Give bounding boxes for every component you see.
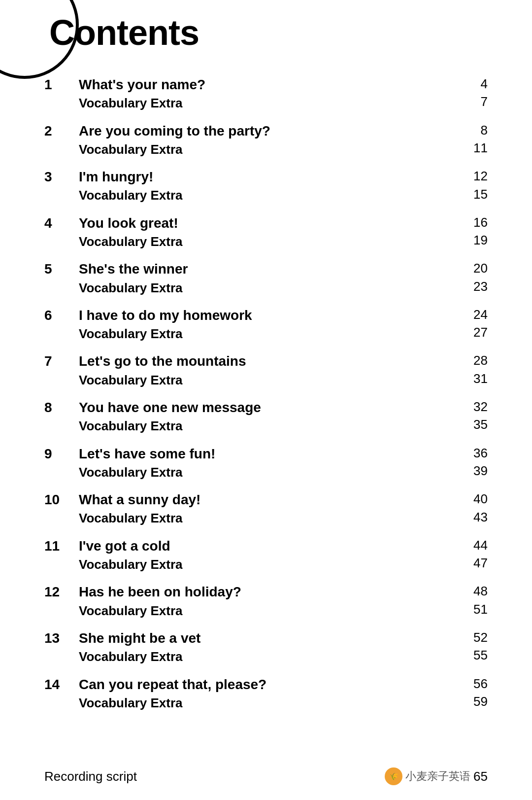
toc-pages: 56 59 <box>458 675 488 711</box>
toc-entry: 14 Can you repeat that, please? Vocabula… <box>44 675 488 712</box>
toc-subtitle: Vocabulary Extra <box>79 648 458 665</box>
toc-number: 2 <box>44 121 79 140</box>
toc-text-group: She might be a vet Vocabulary Extra <box>79 628 458 666</box>
toc-subtitle: Vocabulary Extra <box>79 509 458 527</box>
toc-page-sub: 51 <box>473 600 488 618</box>
toc-page-sub: 47 <box>473 554 488 572</box>
toc-entry: 5 She's the winner Vocabulary Extra 20 2… <box>44 259 488 297</box>
toc-subtitle: Vocabulary Extra <box>79 186 458 204</box>
toc-entry: 2 Are you coming to the party? Vocabular… <box>44 121 488 159</box>
toc-pages: 8 11 <box>458 121 488 157</box>
toc-text-group: You have one new message Vocabulary Extr… <box>79 398 458 435</box>
toc-entry: 11 I've got a cold Vocabulary Extra 44 4… <box>44 536 488 574</box>
toc-page-sub: 55 <box>473 646 488 664</box>
toc-text-group: Let's have some fun! Vocabulary Extra <box>79 444 458 482</box>
toc-number: 10 <box>44 490 79 509</box>
toc-entry: 10 What a sunny day! Vocabulary Extra 40… <box>44 490 488 527</box>
toc-page-sub: 59 <box>473 693 488 710</box>
toc-page-sub: 31 <box>473 370 488 387</box>
toc-entry: 1 What's your name? Vocabulary Extra 4 7 <box>44 75 488 112</box>
toc-subtitle: Vocabulary Extra <box>79 140 458 158</box>
toc-page-main: 36 <box>473 444 488 462</box>
toc-subtitle: Vocabulary Extra <box>79 463 458 481</box>
toc-subtitle: Vocabulary Extra <box>79 279 458 297</box>
toc-entry: 6 I have to do my homework Vocabulary Ex… <box>44 306 488 343</box>
toc-page-sub: 11 <box>473 139 488 157</box>
toc-page-main: 24 <box>473 306 488 323</box>
toc-page-sub: 35 <box>473 416 488 433</box>
toc-container: 1 What's your name? Vocabulary Extra 4 7… <box>0 75 532 712</box>
toc-number: 5 <box>44 259 79 278</box>
page-title: Contents <box>49 15 532 50</box>
toc-page-main: 12 <box>473 167 488 185</box>
toc-page-main: 4 <box>481 75 488 93</box>
toc-title: I have to do my homework <box>79 306 458 325</box>
footer: Recording script 🌾 小麦亲子英语 65 <box>44 767 488 785</box>
toc-page-main: 48 <box>473 582 488 600</box>
toc-pages: 4 7 <box>458 75 488 111</box>
toc-title: She's the winner <box>79 259 458 278</box>
toc-number: 13 <box>44 628 79 648</box>
toc-page-main: 8 <box>481 121 488 139</box>
toc-page-main: 16 <box>473 213 488 231</box>
toc-page-main: 52 <box>473 628 488 646</box>
toc-subtitle: Vocabulary Extra <box>79 233 458 250</box>
toc-page-sub: 19 <box>473 231 488 249</box>
toc-number: 3 <box>44 167 79 186</box>
toc-page-main: 40 <box>473 490 488 508</box>
toc-title: Let's go to the mountains <box>79 351 458 371</box>
toc-title: Can you repeat that, please? <box>79 675 458 694</box>
recording-script-label: Recording script <box>44 769 137 784</box>
toc-number: 7 <box>44 351 79 371</box>
toc-page-sub: 7 <box>481 93 488 110</box>
page: Contents 1 What's your name? Vocabulary … <box>0 0 532 800</box>
toc-text-group: What a sunny day! Vocabulary Extra <box>79 490 458 527</box>
toc-text-group: Can you repeat that, please? Vocabulary … <box>79 675 458 712</box>
toc-number: 8 <box>44 398 79 417</box>
toc-text-group: Are you coming to the party? Vocabulary … <box>79 121 458 159</box>
toc-page-sub: 15 <box>473 185 488 203</box>
toc-entry: 9 Let's have some fun! Vocabulary Extra … <box>44 444 488 482</box>
toc-page-main: 44 <box>473 536 488 554</box>
toc-page-main: 56 <box>473 675 488 693</box>
toc-title: You look great! <box>79 213 458 233</box>
toc-number: 6 <box>44 306 79 325</box>
toc-pages: 40 43 <box>458 490 488 526</box>
toc-number: 4 <box>44 213 79 233</box>
toc-title: Are you coming to the party? <box>79 121 458 140</box>
toc-text-group: I have to do my homework Vocabulary Extr… <box>79 306 458 343</box>
toc-pages: 52 55 <box>458 628 488 664</box>
toc-title: Has he been on holiday? <box>79 582 458 601</box>
toc-text-group: Let's go to the mountains Vocabulary Ext… <box>79 351 458 389</box>
toc-entry: 7 Let's go to the mountains Vocabulary E… <box>44 351 488 389</box>
toc-text-group: She's the winner Vocabulary Extra <box>79 259 458 297</box>
toc-title: Let's have some fun! <box>79 444 458 463</box>
page-number: 65 <box>473 769 488 784</box>
toc-title: You have one new message <box>79 398 458 417</box>
toc-subtitle: Vocabulary Extra <box>79 325 458 343</box>
toc-subtitle: Vocabulary Extra <box>79 602 458 620</box>
toc-pages: 44 47 <box>458 536 488 572</box>
toc-pages: 12 15 <box>458 167 488 203</box>
toc-subtitle: Vocabulary Extra <box>79 417 458 435</box>
toc-pages: 28 31 <box>458 351 488 387</box>
footer-logo: 🌾 小麦亲子英语 65 <box>385 767 488 785</box>
toc-subtitle: Vocabulary Extra <box>79 371 458 389</box>
toc-text-group: You look great! Vocabulary Extra <box>79 213 458 251</box>
toc-page-main: 20 <box>473 259 488 277</box>
toc-title: What a sunny day! <box>79 490 458 509</box>
toc-page-sub: 27 <box>473 323 488 341</box>
toc-text-group: What's your name? Vocabulary Extra <box>79 75 458 112</box>
toc-pages: 16 19 <box>458 213 488 249</box>
toc-page-sub: 43 <box>473 508 488 526</box>
toc-number: 14 <box>44 675 79 694</box>
toc-subtitle: Vocabulary Extra <box>79 556 458 573</box>
toc-title: I'm hungry! <box>79 167 458 186</box>
toc-entry: 12 Has he been on holiday? Vocabulary Ex… <box>44 582 488 620</box>
toc-number: 9 <box>44 444 79 463</box>
toc-entry: 4 You look great! Vocabulary Extra 16 19 <box>44 213 488 251</box>
toc-text-group: I've got a cold Vocabulary Extra <box>79 536 458 574</box>
toc-entry: 3 I'm hungry! Vocabulary Extra 12 15 <box>44 167 488 205</box>
toc-page-sub: 39 <box>473 462 488 480</box>
logo-icon: 🌾 <box>385 767 402 785</box>
